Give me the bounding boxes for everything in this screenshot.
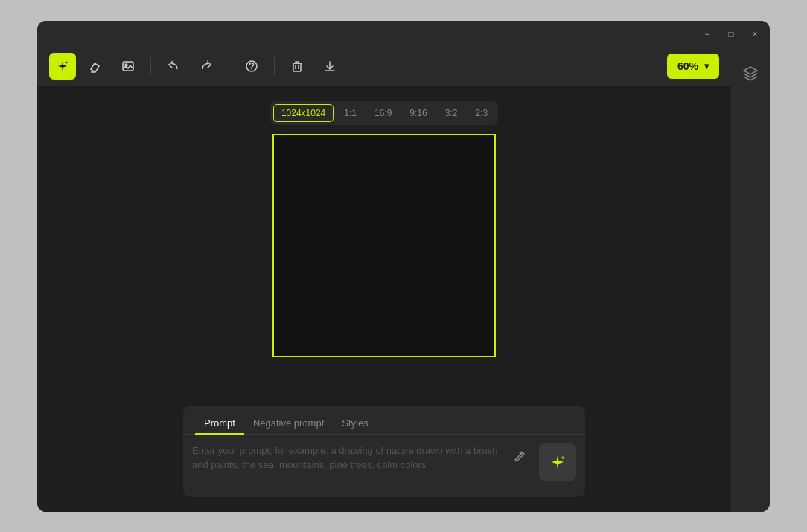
prompt-panel: Prompt Negative prompt Styles	[183, 406, 585, 497]
svg-point-3	[251, 68, 252, 69]
right-sidebar	[731, 48, 770, 512]
canvas-area: 1024x1024 1:1 16:9 9:16 3:2 2:3	[37, 86, 731, 394]
aspect-ratio-1-1[interactable]: 1:1	[336, 104, 364, 122]
zoom-label: 60%	[677, 60, 698, 72]
eraser-button[interactable]	[82, 53, 109, 80]
aspect-ratio-9-16[interactable]: 9:16	[402, 104, 434, 122]
prompt-input[interactable]	[192, 443, 500, 488]
layers-icon[interactable]	[737, 60, 764, 86]
content-area: 60% ▾ 1024x1024 1:1 16:9 9:16 3:2 2:3	[37, 48, 731, 512]
tab-negative-prompt[interactable]: Negative prompt	[244, 413, 333, 435]
aspect-ratio-bar: 1024x1024 1:1 16:9 9:16 3:2 2:3	[270, 101, 498, 125]
image-button[interactable]	[115, 53, 141, 80]
aspect-ratio-16-9[interactable]: 16:9	[367, 104, 399, 122]
magic-edit-button[interactable]	[508, 443, 532, 467]
aspect-ratio-2-3[interactable]: 2:3	[468, 104, 495, 122]
maximize-button[interactable]: □	[725, 28, 737, 40]
svg-rect-0	[123, 62, 133, 71]
toolbar-separator-2	[229, 57, 229, 75]
generate-button[interactable]	[539, 443, 576, 481]
main-window: − □ ×	[37, 21, 770, 512]
prompt-tabs: Prompt Negative prompt Styles	[183, 406, 585, 435]
tab-prompt[interactable]: Prompt	[195, 413, 244, 435]
prompt-body	[183, 435, 585, 497]
tab-styles[interactable]: Styles	[333, 413, 377, 435]
aspect-ratio-1024x1024[interactable]: 1024x1024	[273, 104, 334, 122]
titlebar-controls: − □ ×	[701, 28, 761, 40]
prompt-actions	[508, 443, 532, 488]
undo-button[interactable]	[160, 53, 187, 80]
toolbar-separator-3	[274, 57, 275, 75]
toolbar-separator-1	[150, 57, 151, 75]
help-button[interactable]	[238, 53, 265, 80]
redo-button[interactable]	[193, 53, 220, 80]
toolbar: 60% ▾	[37, 48, 731, 86]
svg-rect-4	[293, 63, 301, 71]
delete-button[interactable]	[284, 53, 310, 80]
bottom-panel: Prompt Negative prompt Styles	[37, 394, 731, 512]
titlebar: − □ ×	[37, 21, 770, 48]
close-button[interactable]: ×	[749, 28, 761, 40]
canvas-frame	[272, 134, 496, 357]
download-button[interactable]	[316, 53, 343, 80]
aspect-ratio-3-2[interactable]: 3:2	[438, 104, 465, 122]
main-layout: 60% ▾ 1024x1024 1:1 16:9 9:16 3:2 2:3	[37, 48, 770, 512]
minimize-button[interactable]: −	[701, 28, 713, 40]
zoom-button[interactable]: 60% ▾	[667, 54, 719, 79]
zoom-dropdown-icon: ▾	[704, 61, 709, 71]
add-tool-button[interactable]	[49, 53, 76, 80]
